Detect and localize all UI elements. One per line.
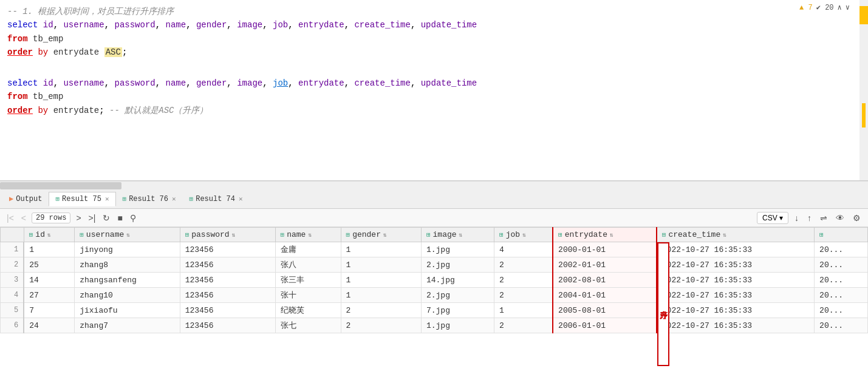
cell-name: 纪晓芙 [275, 303, 341, 318]
row-num-cell: 6 [1, 318, 24, 333]
tab-result74-label: Result 74 [196, 195, 235, 203]
col-createtime-1: create_time [354, 20, 410, 30]
col-password-1: password [114, 20, 155, 30]
cell-createtime: 2022-10-27 16:35:33 [657, 288, 815, 303]
col-header-image[interactable]: ⊞image⇅ [421, 228, 494, 242]
col-name-sort: ⇅ [308, 232, 312, 239]
entrydate-value: 2005-08-01 [558, 306, 606, 315]
col-updatetime-2: update_time [421, 78, 477, 88]
cell-name: 张三丰 [275, 273, 341, 288]
tab-result75-close[interactable]: ✕ [105, 195, 109, 203]
cell-extra: 20... [815, 303, 868, 318]
cell-job: 4 [494, 242, 553, 257]
semicolon-2: ; [99, 106, 104, 115]
last-page-button[interactable]: >| [87, 212, 98, 223]
cell-id: 7 [24, 303, 75, 318]
by-keyword-2: by [38, 106, 48, 115]
next-page-button[interactable]: > [74, 212, 83, 223]
col-password-2: password [114, 78, 155, 88]
col-header-username[interactable]: ⊞username⇅ [75, 228, 180, 242]
cell-entrydate: 2002-01-01 [553, 257, 657, 273]
rows-count[interactable]: 29 rows [32, 212, 70, 223]
cell-name: 张八 [275, 257, 341, 273]
pin-button[interactable]: ⚲ [128, 212, 138, 223]
col-job-icon: ⊞ [499, 231, 504, 239]
col-header-extra[interactable]: ⊞ [815, 228, 868, 242]
col-header-password[interactable]: ⊞password⇅ [180, 228, 275, 242]
cell-extra: 20... [815, 318, 868, 333]
eye-button[interactable]: 👁 [833, 212, 847, 224]
entrydate-value: 2004-01-01 [558, 291, 606, 300]
cell-extra: 20... [815, 257, 868, 273]
row-num-cell: 4 [1, 288, 24, 303]
tab-result76-label: Result 76 [129, 195, 168, 203]
from-keyword-1: from [7, 34, 28, 44]
cell-username: jixiaofu [75, 303, 180, 318]
prev-page-button[interactable]: < [19, 212, 28, 223]
row-num-cell: 2 [1, 257, 24, 273]
table-name-2: tb_emp [33, 92, 63, 101]
col-header-createtime[interactable]: ⊞create_time⇅ [657, 228, 815, 242]
result-table: ⊞id⇅ ⊞username⇅ ⊞password⇅ ⊞name⇅ ⊞gende… [0, 227, 868, 333]
col-name-1: name [166, 20, 186, 30]
by-keyword-1: by [38, 47, 48, 57]
code-block-2: select id, username, password, name, gen… [7, 76, 861, 121]
table-row: 57jixiaofu123456纪晓芙27.jpg12005-08-012022… [1, 303, 868, 318]
col-username-sort: ⇅ [126, 232, 130, 239]
tab-result74-close[interactable]: ✕ [239, 195, 243, 203]
stop-button[interactable]: ■ [115, 212, 124, 223]
cell-createtime: 2022-10-27 16:35:33 [657, 273, 815, 288]
col-header-entrydate[interactable]: ⊞entrydate⇅ [553, 228, 657, 242]
select-keyword-2: select [7, 78, 38, 88]
check-badge: ✔ 20 [816, 2, 834, 14]
tab-result-76[interactable]: ⊞ Result 76 ✕ [116, 192, 183, 206]
output-tab-icon: ▶ [9, 194, 13, 203]
col-header-id[interactable]: ⊞id⇅ [24, 228, 75, 242]
h-scroll-area[interactable] [0, 181, 868, 189]
tab-result76-close[interactable]: ✕ [172, 195, 176, 203]
settings-button[interactable]: ⚙ [850, 212, 863, 224]
cell-createtime: 2022-10-27 16:35:33 [657, 318, 815, 333]
csv-export-button[interactable]: CSV ▾ [757, 212, 788, 224]
cell-image: 2.jpg [421, 257, 494, 273]
col-updatetime-1: update_time [421, 20, 477, 30]
col-extra-icon: ⊞ [819, 231, 824, 239]
cell-job: 1 [494, 303, 553, 318]
first-page-button[interactable]: |< [5, 212, 16, 223]
cell-extra: 20... [815, 273, 868, 288]
download-button[interactable]: ↓ [792, 212, 801, 224]
editor-scrollbar[interactable] [859, 0, 868, 180]
tab-result-74[interactable]: ⊞ Result 74 ✕ [183, 192, 250, 206]
link-button[interactable]: ⇌ [818, 212, 830, 224]
col-createtime-2: create_time [354, 78, 410, 88]
col-header-job[interactable]: ⊞job⇅ [494, 228, 553, 242]
table-row: 624zhang7123456张七21.jpg22006-01-012022-1… [1, 318, 868, 333]
cell-entrydate: 2005-08-01 [553, 303, 657, 318]
cell-entrydate: 2002-08-01 [553, 273, 657, 288]
cell-image: 14.jpg [421, 273, 494, 288]
editor-area: ▲ 7 ✔ 20 ∧ ∨ -- 1. 根据入职时间，对员工进行升序排序 sele… [0, 0, 868, 181]
result76-tab-icon: ⊞ [123, 195, 127, 203]
cell-extra: 20... [815, 242, 868, 257]
tab-result-75[interactable]: ⊞ Result 75 ✕ [49, 192, 115, 206]
filter-button[interactable]: ↑ [805, 212, 814, 224]
chevron-up-icon[interactable]: ∧ [838, 2, 842, 14]
table-row: 314zhangsanfeng123456张三丰114.jpg22002-08-… [1, 273, 868, 288]
data-toolbar: |< < 29 rows > >| ↻ ■ ⚲ CSV ▾ ↓ ↑ ⇌ 👁 ⚙ [0, 209, 868, 227]
cell-id: 25 [24, 257, 75, 273]
row-num-cell: 5 [1, 303, 24, 318]
col-username-1: username [63, 20, 104, 30]
result74-tab-icon: ⊞ [190, 195, 194, 203]
cell-password: 123456 [180, 257, 275, 273]
refresh-button[interactable]: ↻ [101, 212, 112, 223]
col-header-name[interactable]: ⊞name⇅ [275, 228, 341, 242]
cell-password: 123456 [180, 318, 275, 333]
col-job-1: job [273, 20, 288, 30]
result-table-wrapper[interactable]: ⊞id⇅ ⊞username⇅ ⊞password⇅ ⊞name⇅ ⊞gende… [0, 227, 868, 391]
chevron-down-icon[interactable]: ∨ [846, 2, 850, 14]
col-entrydate-sort: ⇅ [610, 232, 613, 239]
col-header-gender[interactable]: ⊞gender⇅ [341, 228, 421, 242]
cell-password: 123456 [180, 303, 275, 318]
tab-output[interactable]: ▶ Output [2, 191, 49, 206]
cell-gender: 1 [341, 273, 421, 288]
